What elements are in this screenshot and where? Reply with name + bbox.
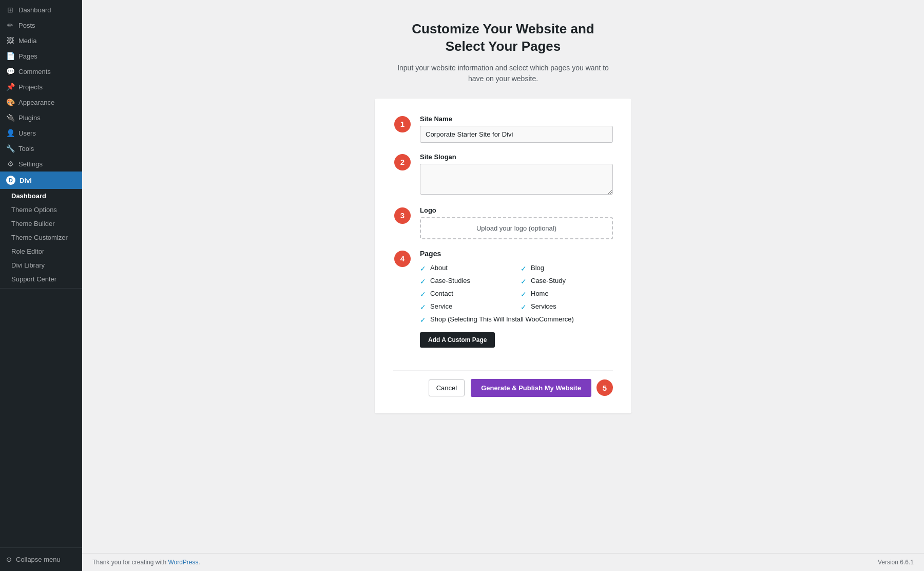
sidebar-label-appearance: Appearance [18,99,54,106]
appearance-icon: 🎨 [6,98,14,106]
sidebar-item-projects[interactable]: 📌Projects [0,79,82,94]
sidebar-label-users: Users [18,129,36,137]
page-item-service[interactable]: ✓Service [420,302,512,311]
users-icon: 👤 [6,129,14,137]
page-label: Case-Studies [430,277,470,284]
sidebar-item-comments[interactable]: 💬Comments [0,64,82,79]
check-icon: ✓ [521,303,527,311]
collapse-icon: ⊙ [6,556,12,563]
page-item-case-study[interactable]: ✓Case-Study [521,277,613,286]
step-2-content: Site Slogan [420,153,613,196]
divi-submenu-divi-library[interactable]: Divi Library [0,258,82,272]
check-icon: ✓ [521,290,527,298]
sidebar-label-tools: Tools [18,145,34,153]
form-actions: Cancel Generate & Publish My Website 5 [393,370,613,397]
form-card: 1 Site Name 2 Site Slogan 3 [375,99,631,413]
sidebar-item-dashboard[interactable]: ⊞Dashboard [0,2,82,17]
divi-icon: D [6,176,15,185]
pages-icon: 📄 [6,52,14,60]
page-item-about[interactable]: ✓About [420,264,512,273]
divi-submenu-theme-customizer[interactable]: Theme Customizer [0,231,82,244]
sidebar-label-plugins: Plugins [18,114,41,122]
sidebar-item-plugins[interactable]: 🔌Plugins [0,110,82,125]
step-4-badge: 4 [394,251,411,267]
page-label: Service [430,302,452,310]
sidebar-label-dashboard: Dashboard [18,6,51,14]
check-icon: ✓ [521,277,527,286]
step-5-badge: 5 [596,379,613,396]
check-icon: ✓ [420,303,426,311]
wordpress-link[interactable]: WordPress [168,559,198,566]
page-item-contact[interactable]: ✓Contact [420,290,512,298]
divi-submenu-theme-builder[interactable]: Theme Builder [0,217,82,231]
main-content: Customize Your Website and Select Your P… [82,0,924,571]
divi-submenu: DashboardTheme OptionsTheme BuilderTheme… [0,189,82,286]
logo-upload-area[interactable]: Upload your logo (optional) [420,217,613,239]
divi-submenu-theme-options[interactable]: Theme Options [0,203,82,217]
plugins-icon: 🔌 [6,113,14,122]
add-custom-page-button[interactable]: Add A Custom Page [420,332,495,348]
collapse-label: Collapse menu [16,556,61,563]
tools-icon: 🔧 [6,144,14,153]
sidebar-label-projects: Projects [18,83,43,91]
divi-submenu-dashboard[interactable]: Dashboard [0,189,82,203]
divi-label: Divi [20,177,32,184]
sidebar-item-appearance[interactable]: 🎨Appearance [0,94,82,110]
check-icon: ✓ [420,316,426,324]
page-label: Shop (Selecting This Will Install WooCom… [430,315,574,323]
sidebar-label-settings: Settings [18,160,43,168]
media-icon: 🖼 [6,36,14,45]
collapse-menu-button[interactable]: ⊙ Collapse menu [0,552,82,567]
site-slogan-label: Site Slogan [420,153,613,161]
page-label: About [430,264,448,272]
sidebar-item-users[interactable]: 👤Users [0,125,82,141]
site-name-input[interactable] [420,126,613,143]
step-2-badge: 2 [394,154,411,170]
page-item-services[interactable]: ✓Services [521,302,613,311]
logo-upload-text: Upload your logo (optional) [476,224,556,232]
page-subtitle: Input your website information and selec… [395,63,611,84]
sidebar-item-posts[interactable]: ✏Posts [0,17,82,33]
page-item-case-studies[interactable]: ✓Case-Studies [420,277,512,286]
site-name-label: Site Name [420,115,613,123]
step-1-row: 1 Site Name [420,115,613,143]
page-item-blog[interactable]: ✓Blog [521,264,613,273]
page-label: Home [531,290,549,297]
projects-icon: 📌 [6,83,14,91]
pages-section-label: Pages [420,250,613,258]
pages-grid: ✓About✓Blog✓Case-Studies✓Case-Study✓Cont… [420,264,613,324]
logo-label: Logo [420,206,613,214]
divi-submenu-role-editor[interactable]: Role Editor [0,244,82,258]
site-slogan-input[interactable] [420,164,613,195]
version-label: Version 6.6.1 [878,559,914,566]
sidebar-label-pages: Pages [18,52,37,60]
step-4-row: 4 Pages ✓About✓Blog✓Case-Studies✓Case-St… [420,250,613,360]
sidebar-item-media[interactable]: 🖼Media [0,33,82,48]
check-icon: ✓ [420,264,426,273]
page-label: Blog [531,264,544,272]
step-3-content: Logo Upload your logo (optional) [420,206,613,239]
check-icon: ✓ [420,277,426,286]
cancel-button[interactable]: Cancel [429,379,465,396]
settings-icon: ⚙ [6,160,14,168]
generate-publish-button[interactable]: Generate & Publish My Website [471,379,591,397]
steps-container: 1 Site Name 2 Site Slogan 3 [393,115,613,360]
sidebar-label-comments: Comments [18,68,51,75]
sidebar-item-tools[interactable]: 🔧Tools [0,141,82,156]
page-label: Services [531,302,556,310]
sidebar-item-settings[interactable]: ⚙Settings [0,156,82,172]
page-title: Customize Your Website and Select Your P… [412,21,594,55]
divi-submenu-support-center[interactable]: Support Center [0,272,82,286]
step-3-badge: 3 [394,207,411,224]
check-icon: ✓ [420,290,426,298]
step-2-row: 2 Site Slogan [420,153,613,196]
step-1-badge: 1 [394,116,411,132]
step-4-content: Pages ✓About✓Blog✓Case-Studies✓Case-Stud… [420,250,613,360]
page-item-shop-(selecting-this[interactable]: ✓Shop (Selecting This Will Install WooCo… [420,315,613,324]
page-item-home[interactable]: ✓Home [521,290,613,298]
page-label: Case-Study [531,277,566,284]
sidebar: ⊞Dashboard✏Posts🖼Media📄Pages💬Comments📌Pr… [0,0,82,571]
sidebar-item-divi[interactable]: D Divi [0,172,82,189]
content-area: Customize Your Website and Select Your P… [82,0,924,553]
sidebar-item-pages[interactable]: 📄Pages [0,48,82,64]
